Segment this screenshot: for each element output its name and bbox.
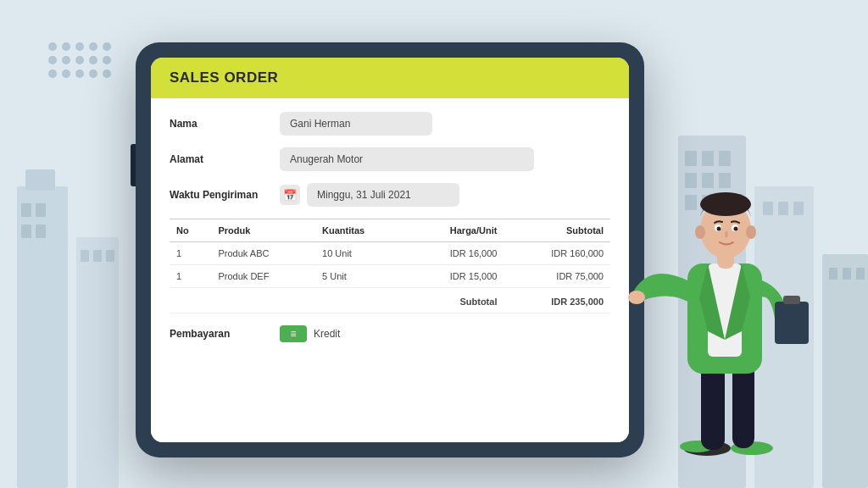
form-container: SALES ORDER Nama Gani Herman Alamat Anug… (151, 58, 629, 442)
svg-rect-7 (76, 237, 119, 488)
svg-point-11 (48, 42, 57, 51)
svg-point-51 (628, 291, 645, 304)
svg-rect-2 (21, 203, 31, 217)
col-kuantitas: Kuantitas (315, 219, 406, 242)
alamat-row: Alamat Anugerah Motor (170, 147, 610, 171)
svg-point-17 (62, 56, 70, 64)
svg-point-13 (75, 42, 84, 51)
form-body: Nama Gani Herman Alamat Anugerah Motor W… (151, 98, 629, 442)
tablet-button (131, 144, 136, 186)
svg-point-62 (746, 225, 756, 239)
table-row: 1 Produk DEF 5 Unit IDR 15,000 IDR 75,00… (170, 265, 610, 288)
calendar-icon[interactable]: 📅 (280, 185, 300, 205)
subtotal-value: IDR 235,000 (504, 288, 610, 313)
svg-rect-40 (822, 254, 868, 488)
row1-harga: IDR 16,000 (406, 242, 504, 265)
col-subtotal: Subtotal (504, 219, 610, 242)
svg-point-19 (89, 56, 97, 64)
svg-point-15 (103, 42, 111, 51)
svg-rect-3 (36, 203, 46, 217)
svg-rect-6 (25, 169, 55, 191)
waktu-label: Waktu Pengiriman (170, 189, 280, 201)
tablet-screen: SALES ORDER Nama Gani Herman Alamat Anug… (151, 58, 629, 442)
row2-produk: Produk DEF (212, 265, 316, 288)
row1-kuantitas: 10 Unit (315, 242, 406, 265)
svg-rect-10 (106, 250, 114, 262)
svg-point-60 (734, 227, 738, 231)
payment-value: Kredit (314, 328, 340, 340)
table-body: 1 Produk ABC 10 Unit IDR 16,000 IDR 160,… (170, 242, 610, 313)
svg-point-16 (48, 56, 57, 64)
date-input-group: 📅 Minggu, 31 Juli 2021 (280, 183, 459, 207)
svg-rect-53 (783, 296, 800, 304)
alamat-label: Alamat (170, 153, 280, 165)
svg-rect-41 (829, 268, 837, 280)
svg-point-20 (103, 56, 111, 64)
nama-input[interactable]: Gani Herman (280, 112, 432, 136)
svg-point-59 (717, 227, 721, 231)
row2-subtotal: IDR 75,000 (504, 265, 610, 288)
svg-rect-52 (775, 302, 809, 344)
svg-point-61 (695, 225, 705, 239)
col-produk: Produk (212, 219, 316, 242)
svg-point-23 (75, 69, 84, 78)
row1-no: 1 (170, 242, 212, 265)
credit-card-icon (280, 325, 307, 342)
alamat-input[interactable]: Anugerah Motor (280, 147, 534, 171)
payment-row: Pembayaran Kredit (170, 325, 610, 342)
nama-label: Nama (170, 118, 280, 130)
row2-kuantitas: 5 Unit (315, 265, 406, 288)
svg-rect-43 (856, 268, 865, 280)
payment-label: Pembayaran (170, 328, 280, 340)
table-header-row: No Produk Kuantitas Harga/Unit Subtotal (170, 219, 610, 242)
row1-subtotal: IDR 160,000 (504, 242, 610, 265)
svg-point-24 (89, 69, 97, 78)
svg-point-22 (62, 69, 70, 78)
svg-point-18 (75, 56, 84, 64)
svg-rect-9 (93, 250, 102, 262)
col-harga: Harga/Unit (406, 219, 504, 242)
svg-point-56 (700, 192, 751, 216)
subtotal-empty (170, 288, 406, 313)
tablet-device: SALES ORDER Nama Gani Herman Alamat Anug… (136, 42, 644, 458)
table-header: No Produk Kuantitas Harga/Unit Subtotal (170, 219, 610, 242)
svg-rect-4 (21, 225, 31, 238)
nama-row: Nama Gani Herman (170, 112, 610, 136)
svg-rect-5 (36, 225, 46, 238)
tablet-body: SALES ORDER Nama Gani Herman Alamat Anug… (136, 42, 644, 458)
svg-point-12 (62, 42, 70, 51)
svg-rect-8 (81, 250, 89, 262)
svg-point-14 (89, 42, 97, 51)
col-no: No (170, 219, 212, 242)
svg-point-25 (103, 69, 111, 78)
form-header: SALES ORDER (151, 58, 629, 98)
waktu-row: Waktu Pengiriman 📅 Minggu, 31 Juli 2021 (170, 183, 610, 207)
table-row: 1 Produk ABC 10 Unit IDR 16,000 IDR 160,… (170, 242, 610, 265)
svg-rect-42 (843, 268, 851, 280)
row1-produk: Produk ABC (212, 242, 316, 265)
subtotal-label: Subtotal (406, 288, 504, 313)
svg-point-21 (48, 69, 57, 78)
form-title: SALES ORDER (170, 69, 278, 86)
order-table: No Produk Kuantitas Harga/Unit Subtotal … (170, 219, 610, 313)
person-illustration (626, 94, 821, 458)
subtotal-row: Subtotal IDR 235,000 (170, 288, 610, 313)
date-value[interactable]: Minggu, 31 Juli 2021 (307, 183, 459, 207)
row2-harga: IDR 15,000 (406, 265, 504, 288)
row2-no: 1 (170, 265, 212, 288)
